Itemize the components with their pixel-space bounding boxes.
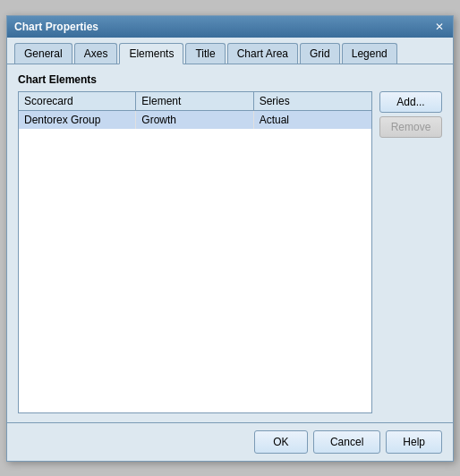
tab-bar: General Axes Elements Title Chart Area G…	[7, 38, 453, 64]
tab-general[interactable]: General	[14, 43, 72, 64]
table-row[interactable]: Dentorex Group Growth Actual	[19, 111, 371, 129]
ok-button[interactable]: OK	[254, 430, 308, 454]
table-body: Dentorex Group Growth Actual	[19, 111, 371, 397]
col-header-element: Element	[136, 92, 253, 110]
dialog-footer: OK Cancel Help	[7, 422, 453, 461]
add-button[interactable]: Add...	[379, 91, 442, 113]
dialog-title: Chart Properties	[14, 21, 98, 33]
cell-scorecard: Dentorex Group	[19, 111, 136, 129]
tab-elements[interactable]: Elements	[119, 43, 183, 64]
elements-container: Scorecard Element Series Dentorex Group …	[18, 91, 442, 413]
tab-grid[interactable]: Grid	[300, 43, 340, 64]
tab-chart-area[interactable]: Chart Area	[227, 43, 298, 64]
tab-axes[interactable]: Axes	[74, 43, 118, 64]
chart-properties-dialog: Chart Properties ✕ General Axes Elements…	[6, 15, 454, 462]
cell-series: Actual	[254, 111, 371, 129]
action-buttons: Add... Remove	[379, 91, 442, 413]
content-area: Chart Elements Scorecard Element Series …	[7, 64, 453, 422]
title-bar: Chart Properties ✕	[7, 16, 453, 38]
col-header-scorecard: Scorecard	[19, 92, 136, 110]
close-button[interactable]: ✕	[433, 21, 446, 32]
remove-button[interactable]: Remove	[379, 116, 442, 138]
section-title: Chart Elements	[18, 73, 442, 86]
tab-title[interactable]: Title	[185, 43, 225, 64]
cell-element: Growth	[136, 111, 253, 129]
elements-table: Scorecard Element Series Dentorex Group …	[18, 91, 372, 413]
tab-legend[interactable]: Legend	[342, 43, 397, 64]
help-button[interactable]: Help	[386, 430, 442, 454]
col-header-series: Series	[254, 92, 371, 110]
cancel-button[interactable]: Cancel	[313, 430, 380, 454]
table-header: Scorecard Element Series	[19, 92, 371, 111]
